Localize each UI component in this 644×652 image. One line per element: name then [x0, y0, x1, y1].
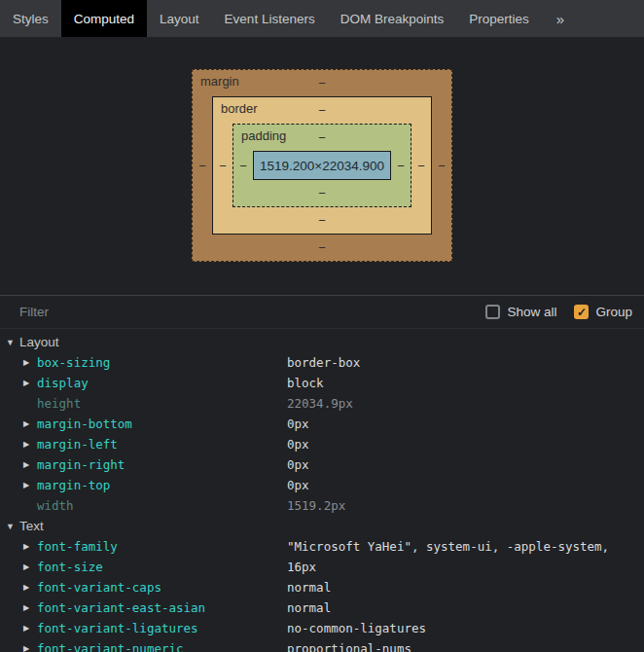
property-row-height[interactable]: height22034.9px — [0, 393, 644, 414]
tab-properties[interactable]: Properties — [456, 0, 542, 37]
margin-label: margin — [200, 74, 239, 89]
property-name: font-variant-east-asian — [37, 600, 287, 615]
property-value: 0px — [287, 457, 644, 472]
show-all-checkbox[interactable]: ✓ — [485, 305, 500, 319]
property-value: block — [287, 376, 644, 390]
property-value: 16px — [287, 560, 644, 574]
content-dimensions: 1519.200×22034.900 — [260, 159, 384, 173]
triangle-right-icon[interactable]: ▶ — [23, 562, 37, 571]
property-row-font-family[interactable]: ▶font-family"Microsoft YaHei", system-ui… — [0, 536, 644, 557]
section-label: Layout — [19, 335, 59, 349]
property-row-width[interactable]: width1519.2px — [0, 495, 644, 516]
property-value: 0px — [287, 478, 644, 492]
group-checkbox[interactable]: ✓ — [574, 305, 589, 319]
box-model-padding[interactable]: padding − − 1519.200×22034.900 — [233, 124, 411, 207]
property-name: box-sizing — [37, 355, 287, 370]
property-value: normal — [287, 600, 644, 615]
devtools-sidebar-tabbar: StylesComputedLayoutEvent ListenersDOM B… — [0, 0, 644, 37]
property-row-font-variant-east-asian[interactable]: ▶font-variant-east-asiannormal — [0, 598, 644, 618]
box-model-area: margin − − border − − — [0, 37, 644, 295]
property-row-font-variant-caps[interactable]: ▶font-variant-capsnormal — [0, 577, 644, 598]
triangle-down-icon: ▼ — [6, 522, 19, 531]
property-name: height — [37, 396, 287, 411]
property-row-font-variant-ligatures[interactable]: ▶font-variant-ligaturesno-common-ligatur… — [0, 618, 644, 638]
triangle-down-icon: ▼ — [6, 338, 19, 347]
property-row-box-sizing[interactable]: ▶box-sizingborder-box — [0, 352, 644, 373]
triangle-right-icon[interactable]: ▶ — [23, 481, 37, 489]
property-row-display[interactable]: ▶displayblock — [0, 373, 644, 393]
property-value: 0px — [287, 417, 644, 431]
triangle-right-icon[interactable]: ▶ — [23, 603, 37, 612]
box-model-diagram: margin − − border − − — [192, 69, 452, 262]
property-row-margin-top[interactable]: ▶margin-top0px — [0, 475, 644, 495]
padding-right-value: − — [391, 151, 411, 180]
property-name: font-variant-numeric — [37, 641, 287, 652]
section-label: Text — [19, 519, 44, 533]
tab-layout[interactable]: Layout — [147, 0, 212, 37]
padding-bottom-value: − — [318, 186, 326, 200]
border-left-value: − — [213, 124, 233, 207]
property-row-font-variant-numeric[interactable]: ▶font-variant-numericproportional-nums — [0, 638, 644, 652]
property-name: font-variant-caps — [37, 580, 287, 595]
property-row-margin-left[interactable]: ▶margin-left0px — [0, 434, 644, 454]
filter-input[interactable] — [19, 305, 468, 319]
padding-label: padding — [241, 128, 286, 143]
tab-styles[interactable]: Styles — [0, 0, 61, 37]
box-model-border[interactable]: border − − padding − — [212, 96, 432, 235]
property-value: no-common-ligatures — [287, 621, 644, 635]
padding-left-value: − — [233, 151, 253, 180]
triangle-right-icon[interactable]: ▶ — [23, 624, 37, 633]
property-name: margin-left — [37, 437, 287, 452]
border-top-value: − — [318, 103, 326, 118]
triangle-right-icon[interactable]: ▶ — [23, 644, 37, 652]
tab-dom-breakpoints[interactable]: DOM Breakpoints — [328, 0, 457, 37]
property-name: margin-top — [37, 478, 287, 492]
margin-top-value: − — [318, 76, 326, 91]
section-header-layout[interactable]: ▼Layout — [0, 332, 644, 352]
more-tabs-icon[interactable]: » — [542, 0, 579, 37]
triangle-right-icon[interactable]: ▶ — [23, 440, 37, 449]
property-value: 1519.2px — [287, 498, 644, 513]
property-value: 0px — [287, 437, 644, 452]
property-name: width — [37, 498, 287, 513]
section-header-text[interactable]: ▼Text — [0, 516, 644, 536]
property-row-font-size[interactable]: ▶font-size16px — [0, 557, 644, 577]
property-value: 22034.9px — [287, 396, 644, 411]
margin-bottom-value: − — [318, 240, 326, 255]
triangle-right-icon[interactable]: ▶ — [23, 583, 37, 592]
property-row-margin-right[interactable]: ▶margin-right0px — [0, 454, 644, 475]
property-row-margin-bottom[interactable]: ▶margin-bottom0px — [0, 414, 644, 434]
padding-top-value: − — [318, 130, 326, 145]
triangle-right-icon[interactable]: ▶ — [23, 460, 37, 469]
triangle-right-icon[interactable]: ▶ — [23, 358, 37, 367]
margin-left-value: − — [193, 96, 212, 235]
property-name: font-variant-ligatures — [37, 621, 287, 635]
border-bottom-value: − — [318, 213, 326, 228]
triangle-right-icon[interactable]: ▶ — [23, 542, 37, 551]
border-label: border — [221, 101, 258, 116]
show-all-toggle[interactable]: ✓ Show all — [485, 305, 556, 319]
property-name: font-family — [37, 539, 287, 554]
property-value: border-box — [287, 355, 644, 370]
box-model-content[interactable]: 1519.200×22034.900 — [253, 151, 391, 180]
property-name: margin-right — [37, 457, 287, 472]
box-model-margin[interactable]: margin − − border − − — [192, 69, 452, 262]
triangle-right-icon[interactable]: ▶ — [23, 419, 37, 428]
property-value: "Microsoft YaHei", system-ui, -apple-sys… — [287, 539, 644, 554]
border-right-value: − — [411, 124, 431, 207]
check-icon: ✓ — [577, 307, 587, 318]
computed-properties-list: ▼Layout▶box-sizingborder-box▶displaybloc… — [0, 329, 644, 652]
tab-event-listeners[interactable]: Event Listeners — [212, 0, 328, 37]
property-name: font-size — [37, 560, 287, 574]
property-value: normal — [287, 580, 644, 595]
margin-right-value: − — [432, 96, 451, 235]
property-value: proportional-nums — [287, 641, 644, 652]
triangle-right-icon[interactable]: ▶ — [23, 379, 37, 387]
filter-bar: ✓ Show all ✓ Group — [0, 295, 644, 329]
tab-computed[interactable]: Computed — [61, 0, 147, 37]
group-label: Group — [595, 305, 632, 319]
show-all-label: Show all — [507, 305, 556, 319]
group-toggle[interactable]: ✓ Group — [574, 305, 632, 319]
property-name: margin-bottom — [37, 417, 287, 431]
property-name: display — [37, 376, 287, 390]
